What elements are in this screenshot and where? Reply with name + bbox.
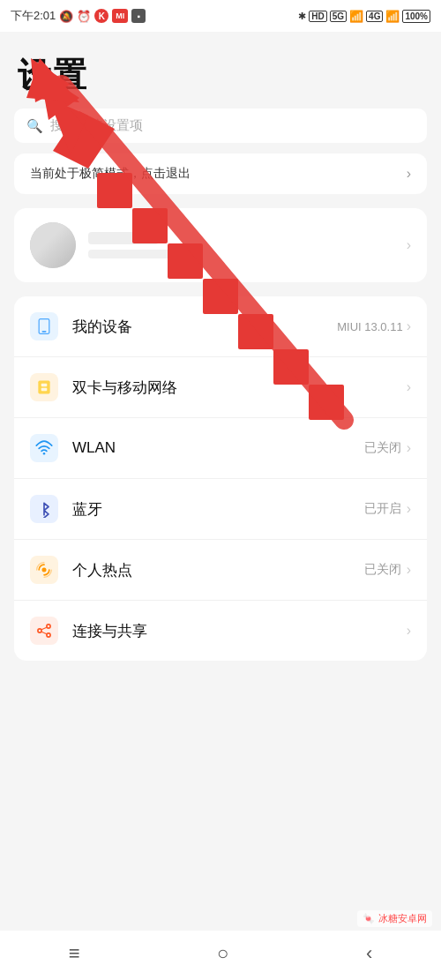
bluetooth-value: 已开启 bbox=[364, 501, 401, 517]
miui-badge: MI bbox=[112, 9, 128, 23]
navigation-bar: ≡ ○ ‹ bbox=[0, 931, 441, 980]
alarm-icon: ⏰ bbox=[77, 10, 91, 23]
wlan-value: 已关闭 bbox=[364, 440, 401, 456]
account-arrow: › bbox=[407, 237, 411, 253]
watermark-icon: 🍬 bbox=[363, 913, 375, 924]
wifi-icon bbox=[30, 434, 58, 462]
nav-menu-icon[interactable]: ≡ bbox=[69, 942, 80, 965]
signal1-icon: 📶 bbox=[349, 10, 363, 23]
nav-back-icon[interactable]: ‹ bbox=[366, 942, 372, 965]
svg-point-7 bbox=[38, 629, 41, 632]
wlan-label: WLAN bbox=[72, 439, 364, 457]
share-label: 连接与共享 bbox=[72, 621, 401, 641]
hotspot-arrow: › bbox=[407, 562, 411, 578]
bluetooth-label: 蓝牙 bbox=[72, 499, 364, 520]
svg-line-11 bbox=[41, 632, 47, 634]
search-box[interactable]: 🔍 搜索系统设置项 bbox=[14, 108, 427, 143]
sim-icon bbox=[30, 373, 58, 401]
bluetooth-settings-icon bbox=[30, 495, 58, 523]
wlan-arrow: › bbox=[407, 440, 411, 456]
status-time: 下午2:01 🔕 ⏰ K MI ▪ bbox=[11, 8, 146, 24]
hotspot-value: 已关闭 bbox=[364, 562, 401, 578]
device-arrow: › bbox=[407, 318, 411, 334]
nav-home-icon[interactable]: ○ bbox=[217, 942, 228, 965]
sim-label: 双卡与移动网络 bbox=[72, 378, 401, 398]
watermark: 🍬 冰糖安卓网 bbox=[357, 910, 432, 927]
avatar-image bbox=[30, 222, 76, 268]
settings-item-hotspot[interactable]: 个人热点 已关闭 › bbox=[14, 540, 427, 601]
svg-rect-2 bbox=[38, 381, 49, 394]
search-section: 🔍 搜索系统设置项 bbox=[0, 108, 441, 153]
signal2-icon: 📶 bbox=[385, 10, 400, 23]
search-placeholder: 搜索系统设置项 bbox=[50, 117, 143, 134]
svg-rect-1 bbox=[42, 331, 47, 333]
settings-item-share[interactable]: 连接与共享 › bbox=[14, 601, 427, 661]
account-subtitle bbox=[88, 250, 194, 258]
battery-icon: 100% bbox=[402, 10, 430, 23]
settings-item-bluetooth[interactable]: 蓝牙 已开启 › bbox=[14, 479, 427, 540]
settings-item-device[interactable]: 我的设备 MIUI 13.0.11 › bbox=[14, 296, 427, 357]
settings-item-sim[interactable]: 双卡与移动网络 › bbox=[14, 357, 427, 418]
status-bar: 下午2:01 🔕 ⏰ K MI ▪ ✱ HD 5G 📶 4G 📶 100% bbox=[0, 0, 441, 32]
account-card[interactable]: › bbox=[14, 208, 427, 282]
svg-rect-4 bbox=[41, 388, 48, 391]
device-label: 我的设备 bbox=[72, 317, 337, 337]
avatar bbox=[30, 222, 76, 268]
svg-point-9 bbox=[47, 633, 50, 637]
hd-badge: HD bbox=[309, 11, 326, 22]
bluetooth-arrow: › bbox=[407, 501, 411, 517]
silent-icon: 🔕 bbox=[59, 10, 73, 23]
share-icon bbox=[30, 617, 58, 645]
time-text: 下午2:01 bbox=[11, 8, 56, 24]
svg-rect-3 bbox=[41, 384, 48, 386]
search-icon: 🔍 bbox=[26, 118, 43, 134]
page-title-section: 设置 bbox=[0, 32, 441, 108]
k-badge: K bbox=[94, 9, 108, 23]
banner-text: 当前处于极简模式，点击退出 bbox=[30, 166, 191, 182]
4g-badge: 4G bbox=[366, 11, 383, 22]
page-title: 设置 bbox=[18, 53, 423, 98]
settings-list: 我的设备 MIUI 13.0.11 › 双卡与移动网络 › bbox=[14, 296, 427, 661]
account-info-left bbox=[30, 222, 194, 268]
share-arrow: › bbox=[407, 623, 411, 639]
5g-badge: 5G bbox=[330, 11, 347, 22]
account-name bbox=[88, 232, 159, 244]
square-badge: ▪ bbox=[131, 9, 146, 23]
watermark-text: 冰糖安卓网 bbox=[378, 912, 427, 925]
device-icon bbox=[30, 312, 58, 340]
status-icons: ✱ HD 5G 📶 4G 📶 100% bbox=[298, 10, 430, 23]
bluetooth-icon: ✱ bbox=[298, 11, 306, 22]
svg-line-10 bbox=[41, 627, 47, 630]
device-value: MIUI 13.0.11 bbox=[337, 320, 402, 333]
svg-point-8 bbox=[47, 625, 50, 628]
main-content: 设置 🔍 搜索系统设置项 当前处于极简模式，点击退出 › › bbox=[0, 32, 441, 661]
simple-mode-banner[interactable]: 当前处于极简模式，点击退出 › bbox=[14, 153, 427, 194]
settings-item-wlan[interactable]: WLAN 已关闭 › bbox=[14, 418, 427, 479]
account-details bbox=[88, 232, 194, 258]
sim-arrow: › bbox=[407, 379, 411, 395]
svg-point-5 bbox=[43, 453, 46, 455]
banner-arrow: › bbox=[407, 166, 411, 182]
hotspot-label: 个人热点 bbox=[72, 560, 364, 580]
hotspot-icon bbox=[30, 556, 58, 584]
svg-point-6 bbox=[42, 568, 47, 572]
